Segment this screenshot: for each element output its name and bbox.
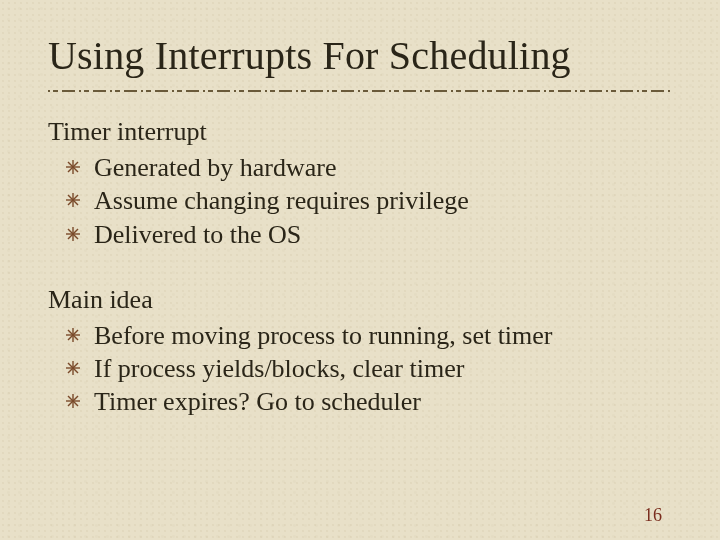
- list-item: Generated by hardware: [48, 151, 672, 184]
- list-item-text: Generated by hardware: [94, 153, 337, 182]
- bullet-icon: [66, 193, 80, 207]
- title-divider: [48, 87, 672, 95]
- bullet-icon: [66, 328, 80, 342]
- section-1-head: Timer interrupt: [48, 117, 672, 147]
- slide-title: Using Interrupts For Scheduling: [48, 32, 672, 79]
- list-item: Before moving process to running, set ti…: [48, 319, 672, 352]
- slide: Using Interrupts For Scheduling Timer in…: [0, 0, 720, 540]
- list-item-text: Before moving process to running, set ti…: [94, 321, 553, 350]
- list-item: Delivered to the OS: [48, 218, 672, 251]
- bullet-icon: [66, 361, 80, 375]
- list-item: If process yields/blocks, clear timer: [48, 352, 672, 385]
- list-item-text: Assume changing requires privilege: [94, 186, 469, 215]
- list-item-text: Timer expires? Go to scheduler: [94, 387, 421, 416]
- bullet-icon: [66, 160, 80, 174]
- list-item-text: Delivered to the OS: [94, 220, 301, 249]
- section-2-head: Main idea: [48, 285, 672, 315]
- bullet-icon: [66, 394, 80, 408]
- page-number: 16: [644, 505, 662, 526]
- bullet-icon: [66, 227, 80, 241]
- section-1-list: Generated by hardware Assume changing re…: [48, 151, 672, 251]
- section-2-list: Before moving process to running, set ti…: [48, 319, 672, 419]
- list-item: Assume changing requires privilege: [48, 184, 672, 217]
- list-item: Timer expires? Go to scheduler: [48, 385, 672, 418]
- list-item-text: If process yields/blocks, clear timer: [94, 354, 464, 383]
